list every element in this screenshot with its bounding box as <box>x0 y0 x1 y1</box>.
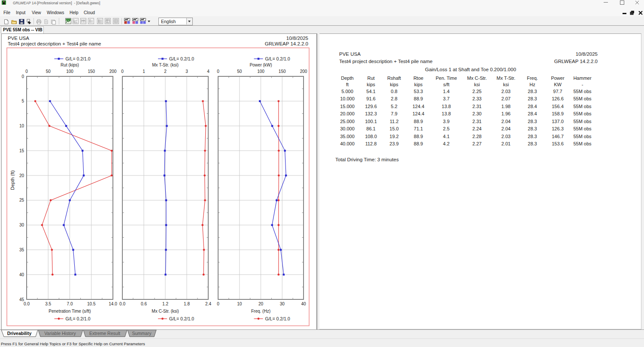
svg-text:Driveability: Driveability <box>7 331 32 336</box>
svg-text:0: 0 <box>217 69 219 74</box>
svg-text:40: 40 <box>19 272 24 277</box>
svg-text:100: 100 <box>257 69 264 74</box>
svg-text:Mx T-Str. (ksi): Mx T-Str. (ksi) <box>152 63 178 67</box>
svg-text:40: 40 <box>301 302 306 306</box>
svg-text:10: 10 <box>237 302 242 306</box>
svg-text:G/L= 0.2/1.0: G/L= 0.2/1.0 <box>66 56 91 61</box>
svg-text:1: 1 <box>143 69 145 74</box>
svg-text:20: 20 <box>19 173 24 178</box>
svg-text:Summary: Summary <box>132 331 152 336</box>
svg-text:200: 200 <box>109 69 117 74</box>
svg-text:150: 150 <box>279 69 286 74</box>
svg-text:200: 200 <box>300 69 307 74</box>
svg-text:0: 0 <box>21 74 24 79</box>
svg-text:4: 4 <box>207 69 210 74</box>
svg-text:G/L= 0.2/1.0: G/L= 0.2/1.0 <box>265 316 290 321</box>
svg-text:Variable History: Variable History <box>44 331 76 336</box>
svg-text:Extreme Result: Extreme Result <box>89 331 120 336</box>
svg-text:G/L= 0.2/1.0: G/L= 0.2/1.0 <box>66 316 91 321</box>
svg-text:50: 50 <box>46 69 51 74</box>
svg-text:3.5: 3.5 <box>45 302 51 306</box>
svg-text:Power (kW): Power (kW) <box>249 63 272 67</box>
svg-text:G/L= 0.2/1.0: G/L= 0.2/1.0 <box>169 316 194 321</box>
svg-text:2: 2 <box>164 69 167 74</box>
svg-text:G/L= 0.2/1.0: G/L= 0.2/1.0 <box>169 56 194 61</box>
svg-text:Freq. (Hz): Freq. (Hz) <box>251 309 270 314</box>
svg-text:0: 0 <box>121 69 124 74</box>
svg-text:7.0: 7.0 <box>67 302 73 306</box>
svg-text:0: 0 <box>25 69 28 74</box>
svg-text:30: 30 <box>19 223 24 227</box>
svg-text:2.4: 2.4 <box>205 302 211 306</box>
svg-text:1.8: 1.8 <box>184 302 190 306</box>
svg-text:25: 25 <box>19 198 24 202</box>
svg-text:50: 50 <box>237 69 242 74</box>
svg-text:15: 15 <box>19 148 24 153</box>
svg-text:35: 35 <box>19 247 24 252</box>
svg-text:14.0: 14.0 <box>109 302 117 306</box>
svg-text:0.0: 0.0 <box>119 302 125 306</box>
svg-text:G/L= 0.2/1.0: G/L= 0.2/1.0 <box>265 56 290 61</box>
svg-text:Mx C-Str. (ksi): Mx C-Str. (ksi) <box>152 309 179 314</box>
svg-text:Penetration Time (s/ft): Penetration Time (s/ft) <box>49 309 91 314</box>
svg-text:5: 5 <box>21 99 24 103</box>
svg-text:0.6: 0.6 <box>141 302 147 306</box>
svg-text:100: 100 <box>66 69 73 74</box>
svg-text:Depth (ft): Depth (ft) <box>10 170 15 190</box>
svg-text:3: 3 <box>185 69 188 74</box>
svg-text:10: 10 <box>19 124 24 128</box>
svg-text:150: 150 <box>88 69 95 74</box>
svg-text:45: 45 <box>19 297 24 302</box>
svg-text:0: 0 <box>217 302 219 306</box>
svg-text:30: 30 <box>280 302 285 306</box>
svg-text:20: 20 <box>258 302 264 306</box>
svg-text:Rut (kips): Rut (kips) <box>61 63 79 67</box>
svg-text:10.5: 10.5 <box>87 302 96 306</box>
svg-text:0.0: 0.0 <box>24 302 30 306</box>
svg-text:1.2: 1.2 <box>162 302 168 306</box>
